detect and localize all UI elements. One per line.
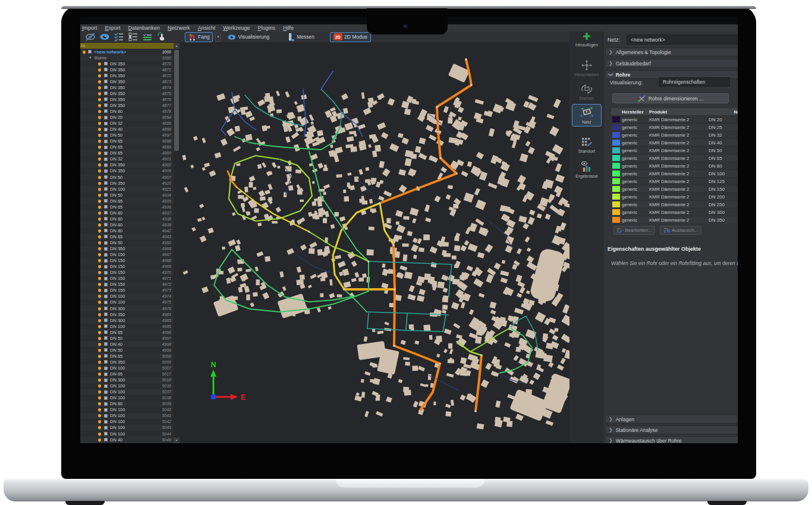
menu-item-hilfe[interactable]: Hilfe <box>283 25 294 31</box>
pipe-segment[interactable] <box>297 255 333 273</box>
tree-row-pipe[interactable]: DN 504934 <box>80 192 174 198</box>
tree-row-pipe[interactable]: DN 654898 <box>80 138 174 144</box>
tree-row-pipe[interactable]: DN 3504906 <box>80 168 174 174</box>
tree-row-pipe[interactable]: DN 804939 <box>80 222 174 228</box>
tree-row-pipe[interactable]: DN 404998 <box>80 341 174 347</box>
pipe-table-row[interactable]: genericKMR Dämmserie 2DN 250 <box>611 200 738 208</box>
tree-row-pipe[interactable]: DN 504907 <box>80 174 174 180</box>
tree-row-pipe[interactable]: DN 3004976 <box>80 305 174 311</box>
scroll-up-button[interactable]: ▲ <box>174 43 180 49</box>
pipe-segment[interactable] <box>394 245 395 346</box>
menu-item-ansicht[interactable]: Ansicht <box>198 25 216 31</box>
column-header-hersteller[interactable]: Hersteller <box>621 109 649 115</box>
tree-row-pipe[interactable]: DN 3504902 <box>80 162 174 168</box>
tree-row-pipe[interactable]: DN 1004975 <box>80 299 174 305</box>
tree-row-pipe[interactable]: DN 1004995 <box>80 323 174 329</box>
pipe-table-row[interactable]: genericKMR Dämmserie 2DN 25 <box>611 123 738 131</box>
tree-row-pipe[interactable]: DN 504897 <box>80 132 174 138</box>
tree-row-pipe[interactable]: DN 1504968 <box>80 258 174 264</box>
tree-row-pipe[interactable]: DN 3004985 <box>80 317 174 323</box>
tree-row-pipe[interactable]: DN 3504877 <box>80 102 174 108</box>
section-anlagen[interactable]: ❯ Anlagen <box>605 415 738 424</box>
tree-row-pipe[interactable]: DN 1005037 <box>80 389 174 395</box>
tree-row-pipe[interactable]: DN 3504876 <box>80 96 174 102</box>
menu-item-export[interactable]: Export <box>105 25 121 31</box>
tree-row-pipe[interactable]: DN 655000 <box>80 353 174 359</box>
tree-row-pipe[interactable]: DN 1504973 <box>80 288 174 293</box>
tree-row-pipe[interactable]: DN 654936 <box>80 204 174 210</box>
tree-row-pipe[interactable]: DN 804942 <box>80 228 174 233</box>
tree-row-pipe[interactable]: DN 654943 <box>80 233 174 239</box>
pipe-segment[interactable] <box>321 71 333 89</box>
pipe-table-row[interactable]: genericKMR Dämmserie 2DN 32 <box>611 131 738 138</box>
tree-row-pipe[interactable]: DN 3504870 <box>80 61 174 67</box>
tree-row-pipe[interactable]: DN 405045 <box>80 437 174 443</box>
tree-row-pipe[interactable]: DN 1005038 <box>80 395 174 401</box>
visualisierung-dropdown[interactable]: Rohreigenschaften <box>659 77 730 87</box>
pipe-segment[interactable] <box>369 261 452 264</box>
tree-row-pipe[interactable]: DN 654900 <box>80 150 174 156</box>
pipe-table-row[interactable]: genericKMR Dämmserie 2DN 20 <box>611 115 738 123</box>
section-gebaeudebedarf[interactable]: ❯ Gebäudebedarf <box>605 59 738 68</box>
menu-item-plugins[interactable]: Plugins <box>258 25 276 31</box>
pipe-table-row[interactable]: genericKMR Dämmserie 2DN 300 <box>611 208 738 216</box>
2d-modus-button[interactable]: 2D 2D Modus <box>330 32 371 42</box>
show-eye-icon[interactable] <box>99 32 110 42</box>
tree-row-pipe[interactable]: DN 324901 <box>80 156 174 162</box>
tree-row-pipe[interactable]: DN 1005043 <box>80 425 174 431</box>
tool-hinzufügen[interactable]: Hinzufügen <box>569 31 604 48</box>
tree-row-pipe[interactable]: DN 3504873 <box>80 78 174 84</box>
pipe-segment[interactable] <box>457 342 481 355</box>
tree-row-pipe[interactable]: DN 1504967 <box>80 252 174 258</box>
hide-eye-icon[interactable] <box>85 32 96 42</box>
scroll-thumb[interactable] <box>174 50 179 151</box>
pipe-table-row[interactable]: genericKMR Dämmserie 2DN 150 <box>611 185 738 192</box>
section-stationaere-analyse[interactable]: ❯ Stationäre Analyse <box>605 425 738 434</box>
tree-row-pipe[interactable]: DN 3504920 <box>80 180 174 186</box>
section-allgemeines[interactable]: ❯ Allgemeines & Topologie <box>605 48 738 56</box>
tool-verschieben[interactable]: Verschieben <box>569 60 604 77</box>
tree-row-pipe[interactable]: DN 804878 <box>80 108 174 114</box>
tree-row-pipe[interactable]: DN 1005036 <box>80 383 174 389</box>
pipe-table-row[interactable]: genericKMR Dämmserie 2DN 125 <box>611 177 738 185</box>
tool-drehen[interactable]: Drehen <box>569 84 604 101</box>
pipe-table-row[interactable]: genericKMR Dämmserie 2DN 200 <box>611 192 738 200</box>
tree-row-pipe[interactable]: DN 1005042 <box>80 419 174 425</box>
bearbeiten-button[interactable]: Bearbeiten... <box>613 226 655 235</box>
tree-row-network[interactable]: <new network>1000 <box>80 49 174 55</box>
tool-ergebnisse[interactable]: Ergebnisse <box>569 161 604 179</box>
pipe-table-row[interactable]: genericKMR Dämmserie 2DN 50 <box>611 146 738 154</box>
pipe-segment[interactable] <box>380 59 471 203</box>
tree-row-pipe[interactable]: DN 3504966 <box>80 246 174 252</box>
tree-row-pipe[interactable]: DN 504999 <box>80 347 174 353</box>
rohre-dimensionieren-button[interactable]: Rohre dimensionieren ... <box>612 93 729 103</box>
tree-row-pipe[interactable]: DN 3504871 <box>80 67 174 72</box>
tree-header[interactable]: Netze <box>80 43 174 49</box>
fang-button[interactable]: Fang <box>185 32 213 42</box>
tree-row-pipe[interactable]: DN 3504984 <box>80 311 174 317</box>
austausch-button[interactable]: Austausch... <box>660 226 701 235</box>
tree-row-pipe[interactable]: DN 655017 <box>80 371 174 377</box>
tree-row-pipe[interactable]: DN 3504872 <box>80 72 174 78</box>
tree-scrollbar[interactable]: ▲ ▼ <box>174 43 180 443</box>
checklist-icon[interactable] <box>114 32 124 42</box>
pipe-segment[interactable] <box>367 329 443 332</box>
tree-row-pipe[interactable]: DN 654899 <box>80 144 174 150</box>
tree-row-pipe[interactable]: DN 504950 <box>80 240 174 246</box>
tool-standort[interactable]: Standort <box>569 137 604 154</box>
pipe-segment[interactable] <box>406 314 407 330</box>
tree-row-pipe[interactable]: DN 654935 <box>80 198 174 204</box>
scroll-down-button[interactable]: ▼ <box>174 437 180 443</box>
tree-row-pipe[interactable]: DN 1005041 <box>80 413 174 419</box>
tree-row-pipe[interactable]: DN 1504970 <box>80 270 174 276</box>
column-header-name[interactable]: Name <box>709 109 738 115</box>
menu-item-werkzeuge[interactable]: Werkzeuge <box>223 25 250 31</box>
pipe-table-row[interactable]: genericKMR Dämmserie 2DN 40 <box>611 138 738 146</box>
tree-row-pipe[interactable]: DN 1005007 <box>80 365 174 371</box>
menu-item-import[interactable]: Import <box>82 25 97 31</box>
pipe-table-row[interactable]: genericKMR Dämmserie 2DN 100 <box>611 169 738 177</box>
tree-row-pipe[interactable]: DN 1005044 <box>80 431 174 437</box>
visualisierung-button[interactable]: Visualisierung <box>224 32 273 42</box>
tree-row-pipe[interactable]: DN 1504972 <box>80 282 174 288</box>
tree-row-pipe[interactable]: DN 324895 <box>80 121 174 127</box>
